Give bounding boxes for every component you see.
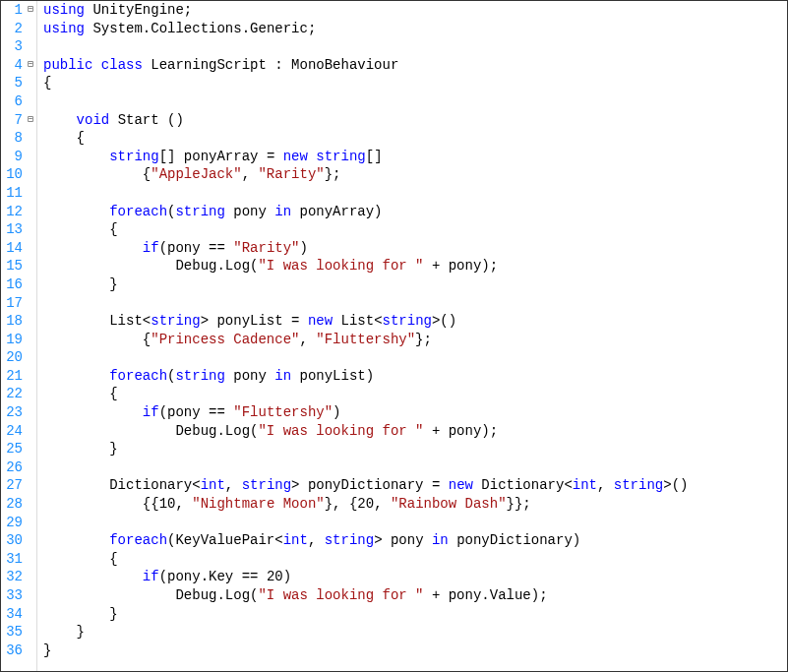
code-line[interactable]: using System.Collections.Generic; — [43, 20, 787, 38]
token-plain — [43, 258, 175, 274]
line-number: 26 — [1, 458, 25, 477]
fold-toggle-icon[interactable]: ⊟ — [25, 1, 36, 20]
line-number: 14 — [1, 239, 25, 258]
code-line[interactable]: { — [43, 129, 787, 148]
token-punct: . — [143, 21, 151, 36]
code-line[interactable]: public class LearningScript : MonoBehavi… — [43, 56, 787, 75]
code-editor[interactable]: 1⊟234⊟567⊟891011121314151617181920212223… — [1, 1, 787, 671]
token-punct: [] — [366, 149, 383, 164]
code-line[interactable]: Dictionary<int, string> ponyDictionary =… — [43, 476, 787, 495]
line-number: 27 — [1, 476, 25, 495]
fold-toggle-icon[interactable]: ⊟ — [25, 111, 36, 130]
token-plain: pony — [440, 423, 481, 439]
gutter-row: 2 — [1, 20, 36, 38]
token-punct: ) — [283, 569, 291, 584]
code-line[interactable] — [43, 514, 787, 532]
code-line[interactable]: {"AppleJack", "Rarity"}; — [43, 165, 787, 184]
token-punct: , — [175, 496, 183, 512]
token-punct: }}; — [507, 496, 531, 512]
code-line[interactable]: } — [43, 605, 787, 624]
token-plain — [43, 149, 109, 164]
token-kw: string — [614, 477, 663, 493]
token-punct: , — [225, 477, 233, 493]
token-kw: foreach — [109, 368, 167, 384]
token-plain — [43, 404, 143, 420]
code-line[interactable]: { — [43, 220, 787, 239]
code-line[interactable]: if(pony == "Fluttershy") — [43, 403, 787, 422]
code-line[interactable]: {"Princess Cadence", "Fluttershy"}; — [43, 331, 787, 349]
gutter-row: 7⊟ — [1, 111, 36, 130]
code-line[interactable]: foreach(KeyValuePair<int, string> pony i… — [43, 531, 787, 550]
token-plain: pony — [167, 240, 209, 256]
token-plain — [92, 57, 100, 73]
code-line[interactable]: if(pony.Key == 20) — [43, 568, 787, 586]
token-punct: } — [109, 441, 117, 457]
token-punct: } — [43, 642, 51, 658]
fold-toggle-icon[interactable]: ⊟ — [25, 56, 36, 75]
line-number: 19 — [1, 331, 25, 349]
code-line[interactable]: } — [43, 641, 787, 660]
token-punct: == — [242, 569, 259, 584]
code-line[interactable]: if(pony == "Rarity") — [43, 239, 787, 258]
line-number: 31 — [1, 550, 25, 569]
token-cls: Log — [225, 258, 250, 274]
code-line[interactable]: } — [43, 275, 787, 294]
code-line[interactable]: void Start () — [43, 111, 787, 130]
gutter-row: 17 — [1, 294, 36, 313]
code-line[interactable]: } — [43, 440, 787, 458]
token-plain: Value — [490, 587, 531, 603]
gutter-row: 28 — [1, 495, 36, 514]
token-str: "Princess Cadence" — [151, 332, 299, 347]
code-line[interactable]: foreach(string pony in ponyArray) — [43, 203, 787, 221]
code-line[interactable]: { — [43, 385, 787, 403]
token-cls: Start — [118, 112, 159, 128]
line-number: 20 — [1, 348, 25, 367]
token-punct: ( — [159, 569, 167, 584]
code-line[interactable]: string[] ponyArray = new string[] — [43, 148, 787, 166]
token-punct: . — [216, 423, 224, 439]
token-plain — [283, 57, 291, 73]
code-line[interactable] — [43, 458, 787, 477]
token-plain: pony — [225, 204, 274, 219]
code-line[interactable]: } — [43, 623, 787, 641]
token-cls: Debug — [175, 587, 216, 603]
token-plain — [605, 477, 613, 493]
code-line[interactable] — [43, 92, 787, 111]
token-plain: pony — [167, 569, 201, 584]
gutter-row: 23 — [1, 403, 36, 422]
code-line[interactable]: using UnityEngine; — [43, 1, 787, 20]
code-line[interactable] — [43, 37, 787, 56]
line-number: 15 — [1, 257, 25, 275]
token-punct: ; — [184, 2, 192, 18]
line-number: 2 — [1, 20, 25, 38]
token-plain — [233, 477, 241, 493]
code-line[interactable]: Debug.Log("I was looking for " + pony); — [43, 257, 787, 275]
gutter-row: 27 — [1, 476, 36, 495]
token-plain: ponyDictionary — [449, 532, 573, 548]
code-line[interactable]: Debug.Log("I was looking for " + pony); — [43, 422, 787, 441]
gutter-row: 33 — [1, 586, 36, 605]
gutter: 1⊟234⊟567⊟891011121314151617181920212223… — [1, 1, 37, 671]
line-number: 32 — [1, 568, 25, 586]
token-plain — [43, 221, 109, 237]
code-line[interactable]: { — [43, 550, 787, 569]
token-cls: LearningScript — [151, 57, 267, 73]
token-str: "AppleJack" — [151, 166, 241, 182]
line-number: 4 — [1, 56, 25, 75]
gutter-row: 26 — [1, 458, 36, 477]
token-plain — [424, 423, 432, 439]
token-kw: new — [308, 313, 333, 329]
line-number: 23 — [1, 403, 25, 422]
code-line[interactable] — [43, 348, 787, 367]
code-line[interactable] — [43, 184, 787, 203]
code-line[interactable]: { — [43, 74, 787, 92]
code-line[interactable] — [43, 294, 787, 313]
code-line[interactable]: {{10, "Nightmare Moon"}, {20, "Rainbow D… — [43, 495, 787, 514]
token-kw: string — [316, 149, 365, 164]
code-line[interactable]: List<string> ponyList = new List<string>… — [43, 312, 787, 331]
gutter-row: 16 — [1, 275, 36, 294]
token-plain — [424, 587, 432, 603]
code-line[interactable]: foreach(string pony in ponyList) — [43, 367, 787, 386]
code-area[interactable]: using UnityEngine;using System.Collectio… — [37, 1, 787, 671]
code-line[interactable]: Debug.Log("I was looking for " + pony.Va… — [43, 586, 787, 605]
